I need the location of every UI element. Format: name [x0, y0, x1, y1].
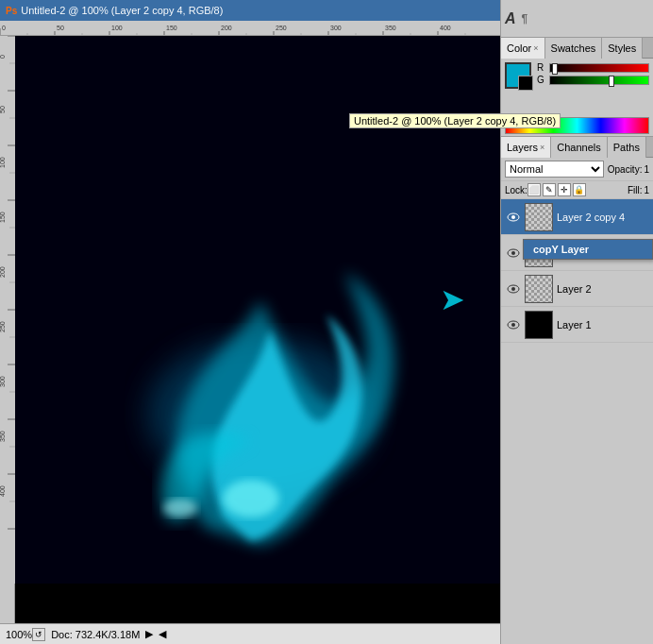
lock-transparency-icon[interactable]: ⬜: [527, 183, 541, 196]
opacity-value: 1: [644, 164, 649, 175]
tab-color[interactable]: Color ×: [501, 38, 545, 59]
ruler-svg: 0 50 100 150 200 250 300 350 400: [0, 21, 485, 36]
svg-text:250: 250: [0, 321, 6, 332]
layer-item-0[interactable]: Layer 2 copy 4: [501, 199, 653, 235]
window-title: Untitled-2 @ 100% (Layer 2 copy 4, RGB/8…: [21, 5, 223, 16]
blend-mode-select[interactable]: Normal Multiply Screen: [505, 161, 604, 178]
tab-layers-label: Layers: [507, 142, 538, 153]
canvas-area: Ps Untitled-2 @ 100% (Layer 2 copy 4, RG…: [0, 0, 500, 644]
g-slider-thumb: [609, 76, 614, 87]
vertical-ruler: 0 50 100 150 200 250 300 350 400: [0, 36, 15, 623]
r-label: R: [537, 62, 546, 73]
title-bar: Ps Untitled-2 @ 100% (Layer 2 copy 4, RG…: [0, 0, 500, 21]
layer-2-visibility[interactable]: [505, 280, 522, 297]
tab-swatches-label: Swatches: [551, 42, 596, 54]
svg-text:400: 400: [0, 485, 6, 497]
tab-channels[interactable]: Channels: [551, 137, 607, 158]
blend-mode-row: Normal Multiply Screen Opacity: 1: [501, 158, 653, 181]
layer-2-thumbnail: [525, 275, 553, 303]
tab-layers-close[interactable]: ×: [540, 143, 544, 152]
tab-styles[interactable]: Styles: [602, 38, 643, 59]
tab-layers[interactable]: Layers ×: [501, 137, 551, 158]
svg-text:50: 50: [0, 106, 6, 113]
eye-icon-0: [507, 212, 520, 222]
svg-text:250: 250: [276, 25, 287, 31]
svg-text:350: 350: [0, 431, 6, 442]
lock-all-icon[interactable]: 🔒: [573, 183, 586, 196]
svg-text:0: 0: [0, 55, 6, 59]
background-color[interactable]: [518, 76, 533, 91]
eye-icon-3: [507, 320, 520, 330]
svg-text:100: 100: [111, 25, 123, 31]
svg-text:➤: ➤: [440, 282, 465, 316]
context-menu-item-copy-layer[interactable]: copY Layer: [524, 240, 652, 259]
tab-color-label: Color: [507, 42, 531, 54]
context-menu-copy-layer-label: copY Layer: [533, 244, 589, 255]
g-slider-row: G: [537, 75, 649, 85]
layer-item-3[interactable]: Layer 1: [501, 307, 653, 343]
status-arrow: ▶: [145, 628, 153, 640]
tab-styles-label: Styles: [608, 42, 636, 54]
context-menu: copY Layer: [523, 239, 653, 260]
lock-row: Lock: ⬜ ✎ ✛ 🔒 Fill: 1: [501, 181, 653, 199]
tab-paths[interactable]: Paths: [608, 137, 646, 158]
svg-text:300: 300: [330, 25, 342, 31]
svg-text:0: 0: [2, 25, 6, 31]
eye-icon-1: [507, 248, 520, 258]
layer-0-checker: [526, 204, 552, 230]
layer-1-visibility[interactable]: [505, 245, 522, 262]
ps-panel-top: A ¶: [501, 0, 653, 38]
tooltip-bar: Untitled-2 @ 100% (Layer 2 copy 4, RGB/8…: [349, 113, 561, 128]
opacity-label: Opacity:: [608, 164, 643, 175]
svg-text:150: 150: [0, 212, 6, 223]
ps-logo: A: [505, 10, 516, 27]
svg-text:350: 350: [385, 25, 396, 31]
layer-0-name: Layer 2 copy 4: [557, 212, 649, 223]
tab-channels-label: Channels: [557, 142, 600, 153]
svg-text:400: 400: [440, 25, 451, 31]
status-bar: 100% ↺ Doc: 732.4K/3.18M ▶ ◀: [0, 623, 500, 644]
color-preview-area: [505, 62, 531, 89]
svg-rect-0: [0, 21, 485, 36]
svg-text:100: 100: [0, 157, 6, 168]
layers-panel: Layers × Channels Paths Normal Multiply …: [501, 137, 653, 644]
g-label: G: [537, 75, 546, 85]
r-slider-row: R: [537, 62, 649, 73]
svg-text:150: 150: [166, 25, 177, 31]
r-slider-thumb: [552, 63, 558, 75]
layers-panel-tabs: Layers × Channels Paths: [501, 137, 653, 158]
color-sliders-area: R G: [501, 59, 653, 115]
fill-value: 1: [644, 185, 649, 195]
status-scroll: ◀: [159, 628, 166, 640]
tab-color-close[interactable]: ×: [533, 43, 538, 53]
g-slider-track[interactable]: [549, 76, 649, 85]
ps-icon: Ps: [6, 6, 17, 16]
doc-info: Doc: 732.4K/3.18M: [51, 629, 140, 640]
layer-3-thumbnail: [525, 311, 553, 339]
zoom-level: 100%: [6, 629, 32, 640]
layer-0-visibility[interactable]: [505, 209, 522, 226]
right-panel: A ¶ Color × Swatches Styles: [500, 0, 653, 644]
svg-point-65: [511, 251, 515, 255]
svg-point-63: [511, 215, 515, 219]
tooltip-text: Untitled-2 @ 100% (Layer 2 copy 4, RGB/8…: [354, 115, 556, 127]
lock-label: Lock:: [505, 185, 527, 195]
svg-text:200: 200: [0, 266, 6, 278]
layer-0-thumbnail: [525, 203, 553, 231]
layer-item-2[interactable]: Layer 2: [501, 271, 653, 307]
r-slider-track[interactable]: [549, 63, 649, 73]
horizontal-ruler: 0 50 100 150 200 250 300 350 400: [0, 21, 500, 36]
eye-icon-2: [507, 284, 520, 294]
layer-3-visibility[interactable]: [505, 316, 522, 333]
status-refresh-button[interactable]: ↺: [32, 628, 45, 641]
svg-text:50: 50: [57, 25, 64, 31]
fill-label: Fill:: [628, 185, 643, 195]
lock-paint-icon[interactable]: ✎: [543, 183, 556, 196]
svg-point-59: [223, 480, 279, 517]
paragraph-icon: ¶: [522, 12, 528, 25]
layer-2-checker: [526, 276, 552, 302]
layer-3-name: Layer 1: [557, 319, 649, 330]
lock-move-icon[interactable]: ✛: [558, 183, 571, 196]
tab-paths-label: Paths: [613, 142, 640, 153]
tab-swatches[interactable]: Swatches: [545, 38, 603, 59]
